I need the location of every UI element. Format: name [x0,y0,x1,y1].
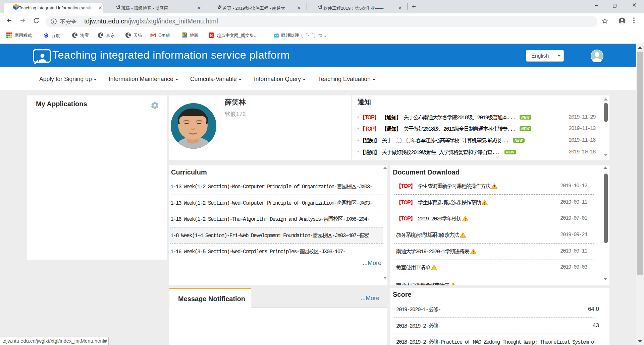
svg-text:du: du [45,35,47,37]
svg-text:起: 起 [210,33,213,38]
